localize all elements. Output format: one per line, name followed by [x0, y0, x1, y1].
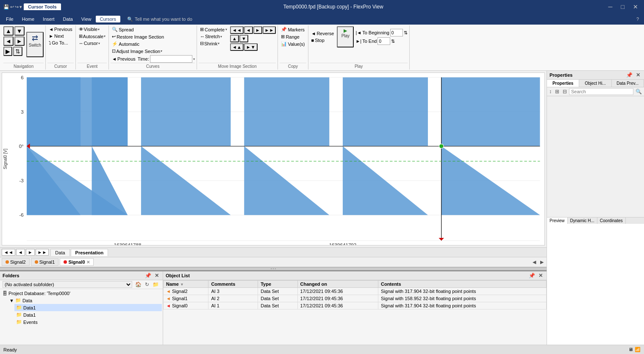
chart-nav-next[interactable]: ► — [26, 249, 35, 256]
dropdown-icon[interactable]: ▾ — [19, 4, 22, 10]
chart-nav-prev[interactable]: ◄ — [16, 249, 25, 256]
autoscale-btn[interactable]: ⊞ Autoscale ▾ — [78, 33, 107, 39]
folder-select[interactable]: (No activated subfolder) — [3, 281, 132, 288]
tab-data[interactable]: Data — [50, 249, 69, 256]
help-btn[interactable]: ? — [633, 16, 642, 22]
menu-home[interactable]: Home — [18, 16, 39, 22]
move-rd-btn[interactable]: ►▼ — [244, 43, 258, 51]
maximize-btn[interactable]: □ — [619, 3, 627, 11]
drag-bar[interactable] — [0, 267, 547, 270]
tab-object-hi[interactable]: Object Hi... — [579, 80, 611, 87]
menu-file[interactable]: File — [2, 16, 18, 22]
nav-right-btn[interactable]: ► — [14, 36, 25, 46]
chart-nav-first[interactable]: ◄◄ — [2, 249, 15, 256]
range-btn[interactable]: ⊞ Range — [280, 33, 306, 40]
move-rr-btn[interactable]: ►► — [263, 26, 276, 34]
object-pin-btn[interactable]: 📌 — [527, 272, 536, 279]
previous-btn[interactable]: ◄ Previous — [47, 26, 74, 32]
nav-updown-btn[interactable]: ⇅ — [13, 47, 22, 56]
signal-tab-signal0[interactable]: Signal0 ✕ — [60, 258, 93, 266]
props-pin-btn[interactable]: 📌 — [625, 72, 634, 78]
time-input[interactable] — [150, 55, 192, 63]
folder-data1-selected[interactable]: 📁 Data1 — [14, 304, 162, 311]
props-group-btn[interactable]: ⊞ — [554, 88, 561, 95]
stop-btn[interactable]: ■ Stop — [310, 37, 336, 43]
menu-insert[interactable]: Insert — [39, 16, 59, 22]
spread-btn[interactable]: 🔍 Spread — [111, 26, 195, 33]
save-icon[interactable]: 💾 — [3, 4, 9, 10]
table-row[interactable]: ◄ Signal1 AI 2 Data Set 17/12/2021 09:45… — [164, 295, 547, 302]
table-row[interactable]: ◄ Signal2 AI 3 Data Set 17/12/2021 09:45… — [164, 288, 547, 295]
folder-data1-2[interactable]: 📁 Data1 — [14, 311, 162, 318]
menu-cursors[interactable]: Cursors — [96, 16, 121, 22]
col-type[interactable]: Type — [258, 281, 297, 288]
goto-btn[interactable]: ⤵ Go To... — [47, 40, 74, 46]
complete-btn[interactable]: ⊞ Complete ▾ — [199, 26, 228, 33]
menu-data[interactable]: Data — [59, 16, 77, 22]
search-placeholder[interactable]: Tell me what you want to do — [135, 17, 192, 22]
col-contents[interactable]: Contents — [378, 281, 546, 288]
props-filter-btn[interactable]: ⊟ — [561, 88, 568, 95]
col-name[interactable]: Name ▼ — [164, 281, 208, 288]
reverse-btn[interactable]: ◄ Reverse — [310, 31, 336, 36]
play-btn[interactable]: ▶ Play — [337, 26, 354, 47]
to-end-arrows[interactable]: ⇅ — [391, 39, 395, 44]
sub-tab-preview[interactable]: Preview — [547, 217, 568, 224]
undo-icon[interactable]: ↩ — [10, 4, 14, 10]
tab-properties[interactable]: Properties — [547, 80, 579, 87]
value-btn[interactable]: 📊 Value(s) — [280, 41, 306, 47]
signal-nav-next[interactable]: ► — [539, 259, 545, 265]
signal-tab-signal1[interactable]: Signal1 — [31, 258, 59, 266]
col-changed[interactable]: Changed on — [297, 281, 378, 288]
props-search-input[interactable] — [569, 88, 633, 95]
to-beginning-arrows[interactable]: ⇅ — [404, 30, 408, 36]
to-beginning-input[interactable] — [390, 29, 403, 36]
close-btn[interactable]: ✕ — [630, 3, 641, 11]
chart-nav-last[interactable]: ►► — [36, 249, 49, 256]
props-search-icon[interactable]: 🔍 — [634, 88, 643, 95]
sub-tab-dynamic-h[interactable]: Dynamic H... — [568, 217, 597, 224]
visible-btn[interactable]: 👁 Visible ▾ — [78, 26, 107, 32]
to-end-input[interactable] — [378, 37, 390, 45]
automatic-btn[interactable]: ⚡ Automatic — [111, 41, 195, 47]
tab-data-prev[interactable]: Data Prev... — [612, 80, 644, 87]
nav-down-btn[interactable]: ▼ — [14, 26, 25, 36]
time-arrow[interactable]: ▾ — [193, 57, 195, 61]
tab-presentation[interactable]: Presentation — [71, 249, 108, 256]
shrink-btn[interactable]: ⊟ Shrink ▾ — [199, 40, 228, 47]
menu-view[interactable]: View — [77, 16, 96, 22]
object-close-btn[interactable]: ✕ — [537, 272, 544, 279]
signal-nav-prev[interactable]: ◄ — [531, 259, 537, 265]
redo-icon[interactable]: ↪ — [15, 4, 19, 10]
move-d-btn[interactable]: ▼ — [239, 35, 248, 42]
stretch-btn[interactable]: ↔ Stretch ▾ — [199, 33, 228, 39]
table-row[interactable]: ◄ Signal0 AI 1 Data Set 17/12/2021 09:45… — [164, 302, 547, 309]
folder-refresh-btn[interactable]: ↻ — [144, 281, 150, 288]
markers-btn[interactable]: 📌 Markers — [280, 26, 306, 33]
nav-play-btn[interactable]: ▶ — [3, 47, 12, 56]
folders-pin-btn[interactable]: 📌 — [144, 272, 153, 279]
move-l-btn[interactable]: ◄ — [244, 26, 253, 34]
restore-image-btn[interactable]: ↩ Restore Image Section — [111, 33, 195, 40]
switch-btn[interactable]: ⇄ Switch — [26, 32, 44, 57]
signal-tab-signal2[interactable]: Signal2 — [2, 258, 30, 266]
move-ll-btn[interactable]: ◄◄ — [230, 26, 244, 34]
nav-up-btn[interactable]: ▲ — [3, 26, 14, 36]
adjust-image-btn[interactable]: ⊡ Adjust Image Section ▾ — [111, 48, 195, 54]
move-u-btn[interactable]: ▲ — [230, 35, 239, 42]
props-sort-btn[interactable]: ↕ — [548, 88, 553, 95]
chart-area[interactable]: Signal0 [V] 6 3 0° -3 -6 — [2, 72, 545, 245]
folder-events[interactable]: 📁 Events — [14, 318, 162, 326]
folder-add-btn[interactable]: 📁 — [151, 281, 160, 288]
next-btn[interactable]: ► Next — [47, 33, 74, 39]
folder-data[interactable]: ▼ 📁 Data — [8, 297, 162, 304]
signal0-close[interactable]: ✕ — [86, 260, 90, 265]
folder-home-btn[interactable]: 🏠 — [134, 281, 143, 288]
sub-tab-coordinates[interactable]: Coordinates — [597, 217, 626, 224]
minimize-btn[interactable]: ─ — [606, 3, 615, 11]
move-r-btn[interactable]: ► — [253, 26, 262, 34]
cursor-dd-btn[interactable]: ↔ Cursor ▾ — [78, 40, 107, 46]
previous-zoom-btn[interactable]: ◄ Previous — [111, 56, 137, 62]
folders-close-btn[interactable]: ✕ — [153, 272, 160, 279]
nav-left-btn[interactable]: ◄ — [3, 36, 14, 46]
